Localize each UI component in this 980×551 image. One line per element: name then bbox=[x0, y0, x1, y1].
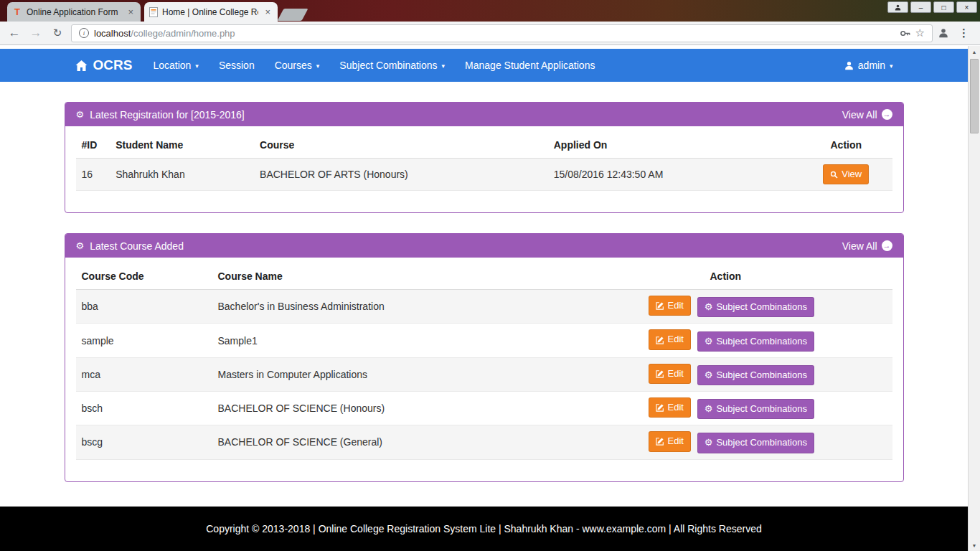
edit-icon bbox=[656, 301, 664, 310]
subject-combinations-button[interactable]: ⚙Subject Combinations bbox=[697, 297, 814, 317]
cell-course: BACHELOR OF ARTS (Honours) bbox=[254, 159, 548, 191]
profile-toolbar-icon[interactable] bbox=[938, 28, 948, 38]
column-header: Action bbox=[800, 130, 892, 159]
key-icon[interactable] bbox=[900, 28, 910, 39]
close-button[interactable]: × bbox=[956, 1, 977, 13]
url-host: localhost bbox=[94, 28, 131, 39]
latest-registration-panel: ⚙ Latest Registration for [2015-2016] Vi… bbox=[65, 102, 904, 213]
user-label: admin bbox=[858, 60, 885, 71]
registrations-table: #ID Student Name Course Applied On Actio… bbox=[76, 130, 892, 191]
new-tab-button[interactable] bbox=[277, 9, 308, 21]
browser-menu-icon[interactable]: ⋮ bbox=[954, 27, 974, 39]
scroll-up-icon[interactable]: ▲ bbox=[969, 46, 980, 57]
subject-combinations-button[interactable]: ⚙Subject Combinations bbox=[697, 365, 814, 385]
bookmark-star-icon[interactable]: ☆ bbox=[915, 27, 925, 39]
edit-button-label: Edit bbox=[668, 299, 684, 312]
cell-course-code: bba bbox=[76, 290, 212, 324]
brand-label: OCRS bbox=[93, 57, 133, 73]
page-viewport: OCRS Location ▾ Session Courses ▾ Subjec… bbox=[0, 46, 968, 551]
nav-item-location[interactable]: Location ▾ bbox=[143, 49, 208, 82]
cell-course-name: Bachelor's in Business Administration bbox=[212, 290, 643, 324]
brand-ocrs[interactable]: OCRS bbox=[65, 57, 143, 73]
minimize-button[interactable]: – bbox=[910, 1, 931, 13]
edit-button-label: Edit bbox=[668, 401, 684, 414]
column-header: Course Name bbox=[212, 261, 643, 290]
nav-item-subject-combinations[interactable]: Subject Combinations ▾ bbox=[329, 49, 455, 82]
forward-icon[interactable]: → bbox=[28, 26, 44, 40]
table-row: bba Bachelor's in Business Administratio… bbox=[76, 290, 892, 324]
browser-tab-inactive[interactable]: T Online Application Form × bbox=[7, 2, 141, 22]
cell-course-code: bsch bbox=[76, 392, 212, 425]
subject-combinations-label: Subject Combinations bbox=[716, 402, 806, 415]
edit-icon bbox=[656, 437, 664, 446]
chevron-down-icon: ▾ bbox=[442, 62, 446, 70]
subject-combinations-label: Subject Combinations bbox=[716, 301, 806, 314]
subject-combinations-button[interactable]: ⚙Subject Combinations bbox=[697, 433, 814, 453]
nav-item-courses[interactable]: Courses ▾ bbox=[265, 49, 330, 82]
maximize-button[interactable]: □ bbox=[933, 1, 954, 13]
top-navbar: OCRS Location ▾ Session Courses ▾ Subjec… bbox=[0, 49, 968, 82]
refresh-icon[interactable]: ↻ bbox=[50, 27, 65, 39]
cell-course-name: Sample1 bbox=[212, 324, 643, 357]
cogs-icon: ⚙ bbox=[705, 369, 713, 382]
arrow-circle-right-icon: → bbox=[882, 240, 892, 251]
edit-button[interactable]: Edit bbox=[649, 431, 691, 451]
subject-combinations-label: Subject Combinations bbox=[716, 436, 806, 449]
edit-button[interactable]: Edit bbox=[649, 296, 691, 316]
edit-button-label: Edit bbox=[668, 333, 684, 346]
edit-icon bbox=[656, 336, 664, 344]
tab-title: Home | Online College Re bbox=[162, 7, 258, 17]
column-header: #ID bbox=[76, 130, 110, 159]
column-header: Applied On bbox=[548, 130, 800, 159]
nav-label: Subject Combinations bbox=[339, 60, 437, 71]
tab1-favicon-icon: T bbox=[12, 6, 22, 17]
browser-toolbar: ← → ↻ i localhost/college/admin/home.php… bbox=[0, 22, 980, 45]
edit-button[interactable]: Edit bbox=[649, 329, 691, 349]
copyright-text: Copyright © 2013-2018 | Online College R… bbox=[206, 523, 762, 534]
subject-combinations-button[interactable]: ⚙Subject Combinations bbox=[697, 331, 814, 352]
tab-close-icon[interactable]: × bbox=[263, 6, 273, 17]
view-all-courses-link[interactable]: View All → bbox=[842, 240, 892, 252]
column-header: Course bbox=[254, 130, 548, 159]
nav-item-session[interactable]: Session bbox=[209, 49, 265, 82]
cell-id: 16 bbox=[76, 159, 110, 191]
address-bar[interactable]: i localhost/college/admin/home.php ☆ bbox=[71, 24, 933, 42]
tab-close-icon[interactable]: × bbox=[126, 6, 136, 17]
column-header: Action bbox=[643, 261, 892, 290]
edit-button[interactable]: Edit bbox=[649, 364, 691, 384]
browser-tab-active[interactable]: Home | Online College Re × bbox=[144, 2, 278, 22]
chevron-down-icon: ▾ bbox=[195, 62, 199, 70]
scrollbar-thumb[interactable] bbox=[970, 59, 979, 133]
table-row: bsch BACHELOR OF SCIENCE (Honours) Edit … bbox=[76, 392, 892, 425]
courses-table: Course Code Course Name Action bba Bache… bbox=[76, 261, 892, 459]
cell-course-code: bscg bbox=[76, 425, 212, 459]
arrow-circle-right-icon: → bbox=[882, 109, 892, 120]
tab2-favicon-icon bbox=[149, 7, 158, 17]
nav-item-manage-student-applications[interactable]: Manage Student Applications bbox=[455, 49, 605, 82]
cogs-icon: ⚙ bbox=[705, 402, 713, 415]
view-all-label: View All bbox=[842, 109, 877, 121]
latest-course-panel: ⚙ Latest Course Added View All → Course … bbox=[65, 233, 904, 481]
view-all-registrations-link[interactable]: View All → bbox=[842, 109, 892, 121]
profile-button[interactable] bbox=[887, 1, 908, 13]
scroll-down-icon[interactable]: ▼ bbox=[969, 540, 980, 551]
nav-label: Courses bbox=[275, 60, 312, 71]
subject-combinations-label: Subject Combinations bbox=[716, 369, 806, 382]
browser-titlebar: T Online Application Form × Home | Onlin… bbox=[0, 0, 980, 22]
column-header: Student Name bbox=[110, 130, 254, 159]
subject-combinations-button[interactable]: ⚙Subject Combinations bbox=[697, 399, 814, 419]
nav-label: Session bbox=[219, 60, 255, 71]
user-menu-admin[interactable]: admin ▾ bbox=[844, 60, 904, 71]
table-row: mca Masters in Computer Applications Edi… bbox=[76, 357, 892, 391]
cogs-icon: ⚙ bbox=[705, 436, 713, 449]
view-button[interactable]: View bbox=[823, 164, 869, 184]
subject-combinations-label: Subject Combinations bbox=[716, 335, 806, 348]
nav-label: Manage Student Applications bbox=[465, 60, 595, 71]
vertical-scrollbar[interactable]: ▲ ▼ bbox=[968, 46, 980, 551]
table-row: 16 Shahrukh Khan BACHELOR OF ARTS (Honou… bbox=[76, 159, 892, 191]
back-icon[interactable]: ← bbox=[6, 26, 22, 40]
edit-button[interactable]: Edit bbox=[649, 397, 691, 418]
cell-student-name: Shahrukh Khan bbox=[110, 159, 254, 191]
edit-icon bbox=[656, 369, 664, 378]
info-icon[interactable]: i bbox=[79, 28, 89, 38]
